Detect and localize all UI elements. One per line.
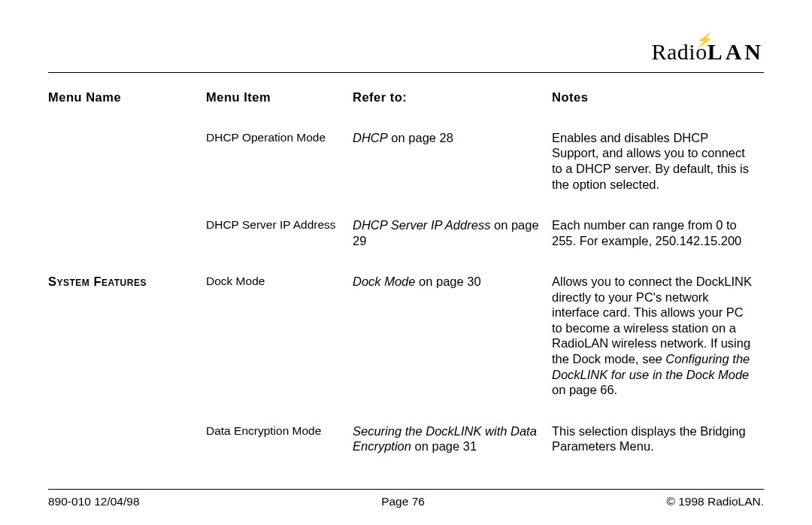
- menu-item-cell: Dock Mode: [206, 274, 353, 423]
- refer-plain: on page 31: [411, 439, 477, 453]
- refer-ital: Dock Mode: [353, 275, 415, 288]
- refer-to-cell: Securing the DockLINK with Data Encrypti…: [353, 423, 552, 480]
- notes-post: on page 66.: [552, 383, 617, 396]
- menu-name-cell: System Features: [48, 274, 206, 423]
- menu-item-cell: Data Encryption Mode: [206, 423, 353, 480]
- refer-to-cell: DHCP on page 28: [353, 130, 552, 217]
- footer-center: Page 76: [381, 494, 425, 508]
- footer-right: © 1998 RadioLAN.: [667, 494, 764, 508]
- menu-item-cell: DHCP Operation Mode: [206, 130, 353, 217]
- refer-to-cell: Dock Mode on page 30: [353, 274, 552, 423]
- page-footer: 890-010 12/04/98 Page 76 © 1998 RadioLAN…: [48, 494, 764, 508]
- bolt-icon: ⚡: [695, 32, 714, 49]
- page: ⚡ RadioLAN Menu Name Menu Item Refer to:…: [0, 0, 812, 525]
- refer-plain: on page 28: [388, 131, 453, 144]
- col-header-menu-item: Menu Item: [206, 90, 353, 130]
- menu-name-cell: [48, 423, 206, 480]
- col-header-menu-name: Menu Name: [48, 90, 206, 130]
- notes-cell: Each number can range from 0 to 255. For…: [552, 217, 764, 274]
- refer-to-cell: DHCP Server IP Address on page 29: [353, 217, 552, 274]
- bottom-rule: [48, 489, 764, 490]
- menu-name-cell: [48, 217, 206, 274]
- notes-cell: Allows you to connect the DockLINK direc…: [552, 274, 764, 423]
- refer-ital: DHCP Server IP Address: [353, 218, 490, 232]
- notes-cell: Enables and disables DHCP Support, and a…: [552, 130, 764, 217]
- brand-logo: ⚡ RadioLAN: [651, 38, 764, 66]
- refer-plain: on page 30: [415, 275, 480, 288]
- menu-item-cell: DHCP Server IP Address: [206, 217, 353, 274]
- logo-row: ⚡ RadioLAN: [48, 38, 764, 66]
- menu-name-cell: [48, 130, 206, 217]
- col-header-notes: Notes: [552, 90, 764, 130]
- logo-part2: LAN: [707, 38, 764, 66]
- reference-table: Menu Name Menu Item Refer to: Notes DHCP…: [48, 90, 764, 480]
- col-header-refer-to: Refer to:: [353, 90, 552, 130]
- notes-cell: This selection displays the Bridging Par…: [552, 423, 764, 480]
- top-rule: [48, 72, 764, 73]
- refer-ital: DHCP: [353, 131, 388, 144]
- footer-left: 890-010 12/04/98: [48, 494, 140, 508]
